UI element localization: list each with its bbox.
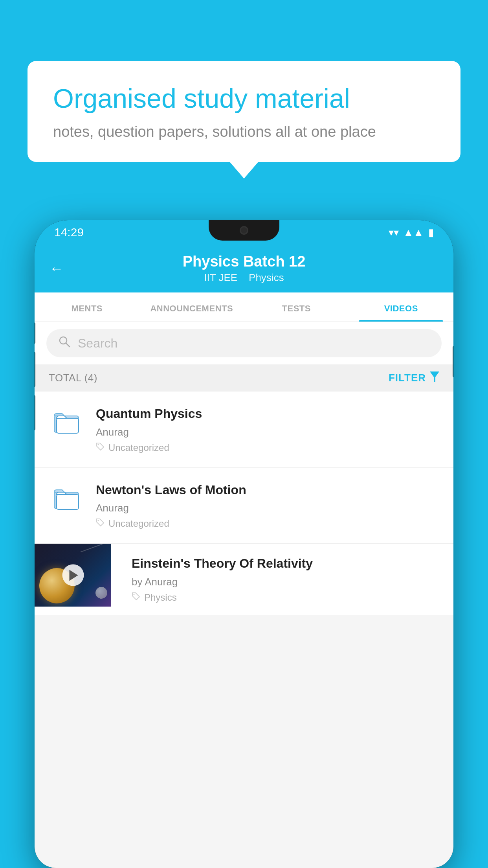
total-label: TOTAL (4) xyxy=(49,372,97,384)
svg-rect-7 xyxy=(57,495,79,509)
wifi-icon: ▾▾ xyxy=(389,226,399,239)
video-title: Newton's Laws of Motion xyxy=(96,482,439,498)
header-tag-physics: Physics xyxy=(249,272,284,283)
signal-icon: ▲▲ xyxy=(404,226,424,239)
svg-point-8 xyxy=(98,520,99,521)
tab-ments[interactable]: MENTS xyxy=(35,292,139,322)
video-title: Einstein's Theory Of Relativity xyxy=(132,555,446,572)
tab-tests[interactable]: TESTS xyxy=(244,292,349,322)
video-tag-text: Physics xyxy=(144,592,177,603)
volume-up-button[interactable] xyxy=(35,322,35,344)
folder-icon xyxy=(53,408,80,435)
video-tag-text: Uncategorized xyxy=(108,442,169,453)
video-title: Quantum Physics xyxy=(96,406,439,422)
video-author: Anurag xyxy=(96,426,439,438)
bubble-title: Organised study material xyxy=(53,83,435,115)
phone-frame: 14:29 ▾▾ ▲▲ ▮ ← Physics Batch 12 IIT JEE… xyxy=(35,220,453,868)
svg-rect-4 xyxy=(57,418,79,433)
phone-screen: Search TOTAL (4) FILTER xyxy=(35,322,453,868)
silent-button[interactable] xyxy=(35,395,35,430)
list-item[interactable]: Quantum Physics Anurag Uncategorized xyxy=(35,392,453,468)
back-button[interactable]: ← xyxy=(50,260,64,277)
speech-bubble: Organised study material notes, question… xyxy=(28,61,460,162)
video-tag: Uncategorized xyxy=(96,518,439,529)
tag-icon xyxy=(132,592,140,603)
folder-icon-wrap xyxy=(49,482,84,511)
video-author: Anurag xyxy=(96,502,439,514)
header-title: Physics Batch 12 xyxy=(50,253,438,270)
video-info: Quantum Physics Anurag Uncategorized xyxy=(96,406,439,453)
tab-videos[interactable]: VIDEOS xyxy=(349,292,454,322)
video-info: Einstein's Theory Of Relativity by Anura… xyxy=(123,544,453,615)
folder-icon-wrap xyxy=(49,406,84,435)
status-icons: ▾▾ ▲▲ ▮ xyxy=(389,226,434,239)
tabs-bar: MENTS ANNOUNCEMENTS TESTS VIDEOS xyxy=(35,292,453,322)
video-tag: Physics xyxy=(132,592,446,603)
thumb-background xyxy=(35,544,111,607)
filter-label: FILTER xyxy=(389,372,426,384)
app-header: ← Physics Batch 12 IIT JEE Physics xyxy=(35,245,453,292)
video-list: Quantum Physics Anurag Uncategorized xyxy=(35,392,453,615)
tag-icon xyxy=(96,518,105,529)
search-bar[interactable]: Search xyxy=(46,329,442,357)
list-item[interactable]: Einstein's Theory Of Relativity by Anura… xyxy=(35,544,453,615)
volume-down-button[interactable] xyxy=(35,352,35,387)
filter-funnel-icon xyxy=(430,371,439,384)
header-tag-iitjee: IIT JEE xyxy=(204,272,237,283)
folder-icon xyxy=(53,484,80,511)
svg-marker-2 xyxy=(430,371,439,382)
search-icon xyxy=(58,335,71,351)
power-button[interactable] xyxy=(453,346,453,377)
video-author: by Anurag xyxy=(132,576,446,588)
search-placeholder: Search xyxy=(78,336,117,351)
video-tag-text: Uncategorized xyxy=(108,518,169,529)
header-subtitle: IIT JEE Physics xyxy=(50,272,438,284)
play-triangle-icon xyxy=(70,570,78,581)
video-thumbnail xyxy=(35,544,111,607)
search-bar-wrap: Search xyxy=(35,322,453,364)
svg-point-5 xyxy=(98,444,99,445)
list-item[interactable]: Newton's Laws of Motion Anurag Uncategor… xyxy=(35,468,453,544)
filter-bar: TOTAL (4) FILTER xyxy=(35,364,453,392)
status-time: 14:29 xyxy=(54,226,84,239)
filter-button[interactable]: FILTER xyxy=(389,371,439,384)
video-tag: Uncategorized xyxy=(96,442,439,453)
play-button[interactable] xyxy=(62,565,84,586)
tab-announcements[interactable]: ANNOUNCEMENTS xyxy=(139,292,244,322)
video-info: Newton's Laws of Motion Anurag Uncategor… xyxy=(96,482,439,530)
tag-icon xyxy=(96,442,105,453)
front-camera xyxy=(240,226,248,235)
battery-icon: ▮ xyxy=(428,226,434,239)
bubble-subtitle: notes, question papers, solutions all at… xyxy=(53,123,435,140)
svg-point-9 xyxy=(134,594,135,595)
phone-notch xyxy=(209,220,279,241)
svg-line-1 xyxy=(66,343,70,347)
